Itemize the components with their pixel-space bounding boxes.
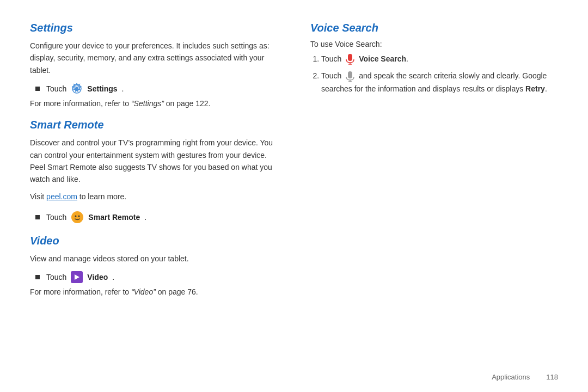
page-footer: Applications 118 bbox=[492, 373, 558, 381]
svg-point-3 bbox=[75, 87, 78, 90]
voice-search-step-2: Touch and speak the search criteria slow… bbox=[321, 70, 558, 95]
step1-touch: Touch bbox=[321, 54, 341, 63]
settings-title: Settings bbox=[30, 22, 278, 34]
peel-link[interactable]: peel.com bbox=[46, 192, 77, 201]
svg-rect-8 bbox=[348, 54, 352, 61]
smart-remote-title: Smart Remote bbox=[30, 119, 278, 131]
video-ref: For more information, refer to “Video” o… bbox=[30, 287, 278, 296]
settings-gear-icon bbox=[71, 83, 83, 95]
left-column: Settings Configure your device to your p… bbox=[30, 22, 283, 370]
video-play-icon bbox=[71, 271, 83, 283]
settings-touch-label: Touch bbox=[46, 84, 66, 93]
settings-body: Configure your device to your preference… bbox=[30, 40, 278, 76]
smart-remote-bullet: Touch Smart Remote. bbox=[35, 211, 278, 224]
settings-bullet: Touch Settings. bbox=[35, 83, 278, 95]
video-label: Video bbox=[87, 273, 108, 281]
svg-marker-7 bbox=[75, 274, 79, 280]
settings-ref: For more information, refer to “Settings… bbox=[30, 99, 278, 108]
smart-remote-body: Discover and control your TV’s programmi… bbox=[30, 137, 278, 186]
smart-remote-touch-word: Touch bbox=[46, 213, 66, 222]
svg-point-5 bbox=[75, 215, 77, 217]
footer-page: 118 bbox=[546, 373, 558, 381]
bullet-square-icon bbox=[35, 275, 40, 279]
footer-section: Applications bbox=[492, 373, 530, 381]
voice-search-title: Voice Search bbox=[310, 22, 558, 34]
video-bullet: Touch Video. bbox=[35, 271, 278, 283]
bullet-square-icon bbox=[35, 87, 40, 91]
video-body: View and manage videos stored on your ta… bbox=[30, 253, 278, 265]
settings-section: Settings Configure your device to your p… bbox=[30, 22, 278, 108]
mic-red-icon bbox=[345, 53, 355, 65]
svg-point-6 bbox=[78, 215, 80, 217]
to-use-text: To use Voice Search: bbox=[310, 40, 558, 48]
right-column: Voice Search To use Voice Search: Touch bbox=[305, 22, 558, 370]
video-section: Video View and manage videos stored on y… bbox=[30, 235, 278, 296]
svg-rect-11 bbox=[348, 71, 352, 78]
smart-remote-label: Smart Remote bbox=[88, 213, 140, 222]
voice-search-section: Voice Search To use Voice Search: Touch bbox=[310, 22, 558, 95]
video-title: Video bbox=[30, 235, 278, 247]
voice-search-step-1: Touch Voice Search. bbox=[321, 53, 558, 65]
video-touch-word: Touch bbox=[46, 273, 66, 281]
settings-label: Settings bbox=[87, 84, 117, 93]
smart-remote-visit: Visit peel.com to learn more. bbox=[30, 192, 278, 201]
mic-gray-icon bbox=[345, 71, 355, 83]
voice-search-steps: Touch Voice Search. bbox=[321, 53, 558, 95]
bullet-square-icon bbox=[35, 215, 40, 219]
smart-remote-icon bbox=[71, 211, 84, 224]
step2-retry: Retry bbox=[525, 84, 545, 93]
step1-label: Voice Search bbox=[359, 54, 406, 63]
step2-touch: Touch bbox=[321, 71, 341, 80]
svg-point-4 bbox=[71, 211, 83, 223]
smart-remote-section: Smart Remote Discover and control your T… bbox=[30, 119, 278, 224]
